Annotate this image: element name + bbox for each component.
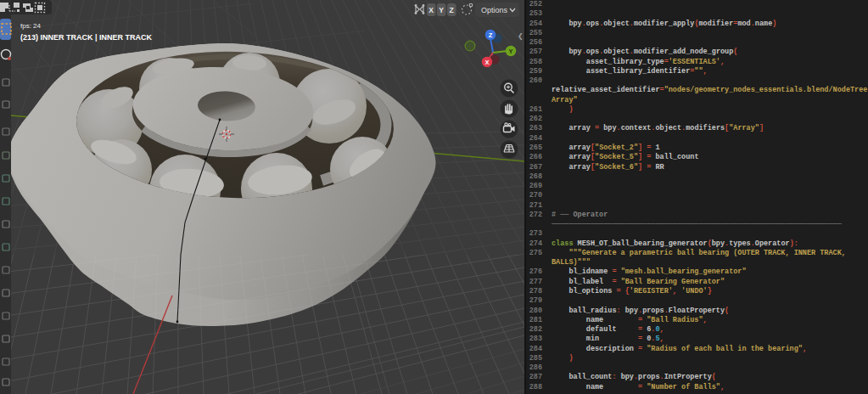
svg-text:Y: Y	[508, 48, 512, 55]
svg-text:Z: Z	[450, 6, 454, 14]
svg-text:Options: Options	[481, 6, 508, 14]
svg-text:❮: ❮	[518, 32, 524, 40]
svg-text:X: X	[428, 6, 434, 14]
svg-text:Z: Z	[489, 31, 493, 39]
svg-text:Y: Y	[439, 6, 444, 14]
svg-text:X: X	[484, 59, 489, 66]
